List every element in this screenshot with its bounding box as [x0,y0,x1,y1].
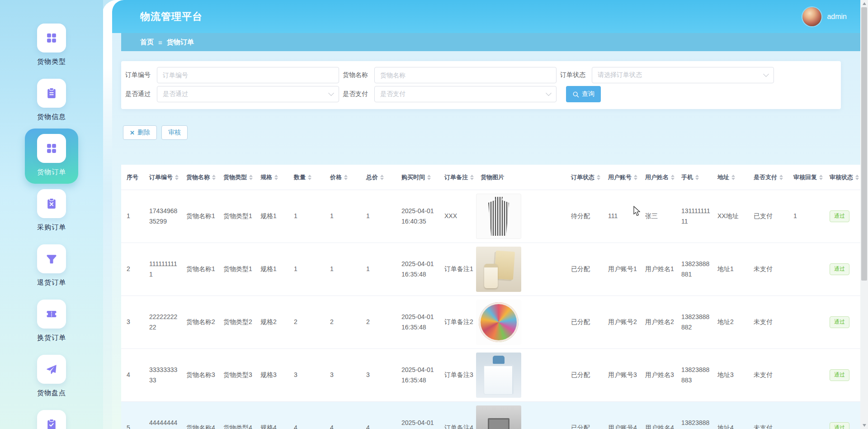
product-image-striped-dress [476,194,521,239]
sidebar-item-exchange-order[interactable]: 换货订单 [25,294,78,349]
table-row[interactable]: 32222222222货物名称2货物类型2规格22222025-04-01 16… [121,296,860,349]
sort-carets-icon[interactable] [671,175,675,180]
cell-username: 用户姓名2 [640,296,676,348]
sidebar-item-goods-info[interactable]: 货物信息 [25,73,78,129]
cell-text: 3 [127,317,130,327]
scrollbar-thumb[interactable] [861,7,867,281]
cell-status: 已分配 [566,349,603,401]
column-header-remark[interactable]: 订单备注 [439,165,475,190]
table-row[interactable]: 43333333333货物名称3货物类型3规格33332025-04-01 16… [121,349,860,402]
sort-carets-icon[interactable] [427,175,431,180]
cell-text: 13111111111 [681,206,710,227]
cell-qty: 4 [288,402,325,429]
column-label: 货物名称 [186,173,210,181]
cell-text: 规格3 [260,370,277,380]
sidebar-item-goods-order[interactable]: 货物订单 [25,129,78,184]
cell-text: 2025-04-01 16:35:48 [401,365,437,386]
column-header-address[interactable]: 地址 [712,165,748,190]
sort-carets-icon[interactable] [380,175,384,180]
cell-text: 4 [127,370,130,380]
column-header-audit_status[interactable]: 审核状态 [824,165,860,190]
cell-audit_status: 通过 [824,402,860,429]
cell-paid: 未支付 [748,296,788,348]
cell-price: 4 [325,402,361,429]
cell-phone: 13823888883 [676,349,712,401]
sort-carets-icon[interactable] [175,175,179,180]
sort-carets-icon[interactable] [731,175,735,180]
audit-button[interactable]: 审核 [161,125,188,140]
cell-buy_time: 2025-04-01 16:35:48 [396,296,439,348]
is-paid-select[interactable]: 是否支付 [374,86,557,102]
column-label: 地址 [717,173,729,181]
column-header-audit_reply[interactable]: 审核回复 [788,165,824,190]
sort-carets-icon[interactable] [274,175,278,180]
order-no-field: 订单编号 [125,67,339,83]
cell-text: 订单备注1 [444,264,473,274]
cell-username: 用户姓名3 [640,349,676,401]
cell-audit_reply [788,296,824,348]
sort-carets-icon[interactable] [695,175,699,180]
avatar[interactable] [802,7,821,26]
delete-button[interactable]: ✕ 删除 [123,125,157,140]
cell-text: 规格1 [260,264,277,274]
select-placeholder: 是否通过 [163,90,188,98]
cell-text: 未支付 [754,423,773,429]
delete-button-label: 删除 [137,129,150,137]
sort-carets-icon[interactable] [212,175,216,180]
status-badge: 通过 [830,422,849,429]
column-header-paid[interactable]: 是否支付 [748,165,788,190]
column-header-total[interactable]: 总价 [361,165,396,190]
cell-goods_name: 货物名称4 [181,402,218,429]
cell-seq: 5 [121,402,144,429]
sidebar-item-goods-type[interactable]: 货物类型 [25,18,78,73]
search-button[interactable]: 查询 [566,86,601,102]
user-menu[interactable]: admin [802,7,847,26]
order-status-select[interactable]: 请选择订单状态 [592,67,774,83]
cell-text: 2222222222 [149,312,179,333]
sort-carets-icon[interactable] [344,175,348,180]
sort-carets-icon[interactable] [634,175,637,180]
column-header-status[interactable]: 订单状态 [566,165,603,190]
table-row[interactable]: 54444444444货物名称4货物类型4规格44442025-04-01 16… [121,402,860,429]
column-header-order_no[interactable]: 订单编号 [144,165,181,190]
vertical-scrollbar[interactable] [860,0,868,429]
sort-carets-icon[interactable] [470,175,474,180]
cell-spec: 规格1 [255,190,288,243]
cell-text: 张三 [645,211,658,221]
scroll-down-icon[interactable] [860,422,868,429]
sidebar-item-partial-bottom[interactable] [25,405,78,429]
cell-buy_time: 2025-04-01 16:35:48 [396,402,439,429]
cell-text: 已分配 [571,317,590,327]
sort-carets-icon[interactable] [308,175,311,180]
column-header-price[interactable]: 价格 [325,165,361,190]
cell-audit_reply [788,402,824,429]
cell-buy_time: 2025-04-01 16:35:48 [396,349,439,401]
sidebar-item-goods-inventory[interactable]: 货物盘点 [25,349,78,405]
sort-carets-icon[interactable] [819,175,823,180]
breadcrumb-home[interactable]: 首页 [140,38,154,47]
table-row[interactable]: 11743496835299货物名称1货物类型1规格11112025-04-01… [121,190,860,243]
sort-carets-icon[interactable] [597,175,600,180]
cell-image [475,402,566,429]
column-header-phone[interactable]: 手机 [676,165,712,190]
cell-text: 1 [366,264,370,274]
column-header-buy_time[interactable]: 购买时间 [396,165,439,190]
column-header-goods_type[interactable]: 货物类型 [218,165,255,190]
cell-qty: 2 [288,296,325,348]
sidebar-item-purchase-order[interactable]: 采购订单 [25,184,78,239]
order-no-input[interactable] [157,67,339,83]
scroll-up-icon[interactable] [860,0,868,7]
sidebar-item-return-order[interactable]: 退货订单 [25,239,78,294]
column-header-spec[interactable]: 规格 [255,165,288,190]
column-header-goods_name[interactable]: 货物名称 [181,165,218,190]
cell-seq: 4 [121,349,144,401]
sort-carets-icon[interactable] [855,175,859,180]
table-row[interactable]: 21111111111货物名称1货物类型1规格11112025-04-01 16… [121,243,860,296]
is-passed-select[interactable]: 是否通过 [157,86,339,102]
goods-name-input[interactable] [374,67,557,83]
sort-carets-icon[interactable] [779,175,783,180]
column-header-username[interactable]: 用户姓名 [640,165,676,190]
column-header-account[interactable]: 用户账号 [603,165,640,190]
sort-carets-icon[interactable] [249,175,253,180]
column-header-qty[interactable]: 数量 [288,165,325,190]
